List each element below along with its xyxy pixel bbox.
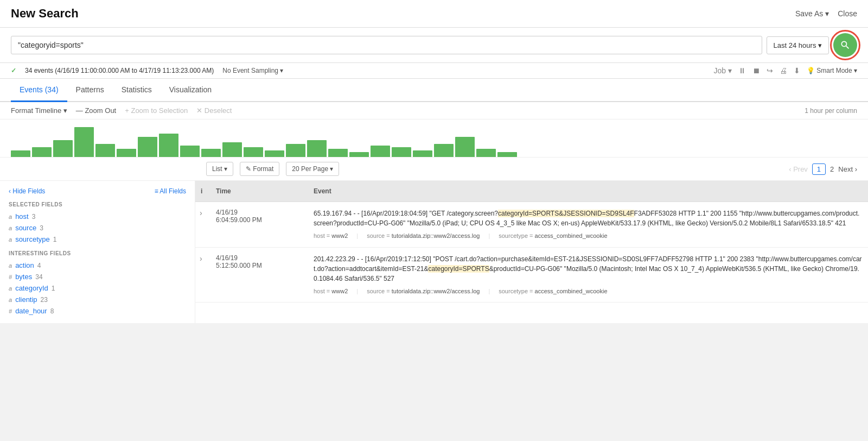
histogram-bar[interactable] (265, 150, 284, 157)
histogram-bar[interactable] (328, 149, 348, 157)
tab-statistics[interactable]: Statistics (113, 79, 161, 102)
print-icon[interactable]: 🖨 (780, 66, 787, 75)
histogram-bar[interactable] (392, 147, 411, 157)
tab-patterns[interactable]: Patterns (67, 79, 113, 102)
field-name-link[interactable]: clientip (15, 295, 37, 304)
status-check-icon: ✓ (11, 67, 16, 74)
histogram-bar[interactable] (413, 150, 432, 157)
field-type-icon: a (9, 285, 12, 292)
interesting-field-item: #bytes34 (9, 271, 186, 282)
field-name-link[interactable]: categoryId (15, 284, 48, 292)
histogram-bar[interactable] (286, 144, 305, 157)
event-header: Event (308, 185, 868, 197)
timeline-bar: Format Timeline ▾ — Zoom Out + Zoom to S… (0, 102, 868, 119)
histogram-bar[interactable] (138, 137, 157, 157)
histogram-bar[interactable] (307, 140, 327, 157)
pagination: ‹ Prev 1 2 Next › (789, 163, 857, 175)
hide-fields-button[interactable]: ‹ Hide Fields (9, 187, 45, 195)
close-button[interactable]: Close (838, 9, 857, 18)
all-fields-button[interactable]: ≡ All Fields (155, 187, 186, 195)
prev-button: ‹ Prev (789, 165, 808, 173)
smart-mode-button[interactable]: 💡 Smart Mode ▾ (807, 67, 857, 74)
format-timeline-button[interactable]: Format Timeline ▾ (11, 106, 67, 115)
page-2-button[interactable]: 2 (830, 165, 834, 173)
histogram-bar[interactable] (180, 146, 200, 157)
field-name-link[interactable]: sourcetype (15, 235, 50, 243)
time-range-picker[interactable]: Last 24 hours ▾ (767, 36, 829, 54)
selected-field-item: asourcetype1 (9, 234, 186, 245)
share-icon[interactable]: ↪ (767, 66, 773, 75)
histogram-bar[interactable] (74, 127, 94, 157)
timeline-controls: Format Timeline ▾ — Zoom Out + Zoom to S… (11, 106, 232, 115)
histogram-bar[interactable] (32, 147, 52, 157)
field-count: 3 (40, 224, 43, 232)
main-content: ‹ Hide Fields ≡ All Fields SELECTED FIEL… (0, 181, 868, 323)
job-button[interactable]: Job ▾ (713, 66, 731, 75)
histogram (0, 119, 868, 158)
save-as-button[interactable]: Save As ▾ (795, 9, 829, 18)
table-header: i Time Event (195, 181, 868, 202)
selected-fields-list: ahost3asource3asourcetype1 (9, 211, 186, 245)
events-list: › 4/16/196:04:59.000 PM 65.19.167.94 - -… (195, 202, 868, 303)
event-meta: host = www2| source = tutorialdata.zip::… (314, 231, 863, 241)
zoom-selection-button: + Zoom to Selection (125, 106, 188, 115)
field-name-link[interactable]: host (15, 212, 29, 220)
field-type-icon: a (9, 262, 12, 269)
histogram-bar[interactable] (159, 134, 178, 157)
histogram-bar[interactable] (95, 144, 115, 157)
histogram-bar[interactable] (201, 149, 221, 157)
search-icon (840, 40, 851, 51)
histogram-bar[interactable] (476, 149, 496, 157)
expand-icon[interactable]: › (195, 252, 210, 265)
highlight-text: categoryId=SPORTS&JSESSIONID=SD9SL4F (498, 210, 634, 217)
table-row: › 4/16/195:12:50.000 PM 201.42.223.29 - … (195, 248, 868, 303)
histogram-bar[interactable] (117, 149, 136, 157)
format-button[interactable]: ✎ Format (240, 162, 279, 176)
histogram-bar[interactable] (497, 152, 517, 157)
meta-field: host = www2 (314, 231, 348, 241)
next-button[interactable]: Next › (838, 165, 857, 173)
field-name-link[interactable]: bytes (15, 273, 32, 281)
page-title: New Search (11, 7, 79, 21)
search-button[interactable] (833, 33, 857, 57)
zoom-out-button[interactable]: — Zoom Out (76, 106, 116, 115)
status-right-actions: Job ▾ ⏸ ⏹ ↪ 🖨 ⬇ 💡 Smart Mode ▾ (713, 66, 857, 75)
field-count: 23 (41, 296, 48, 304)
meta-field: sourcetype = access_combined_wcookie (499, 287, 607, 296)
histogram-bar[interactable] (349, 152, 369, 157)
pause-icon[interactable]: ⏸ (738, 66, 746, 75)
histogram-bar[interactable] (53, 140, 73, 157)
field-name-link[interactable]: source (15, 224, 36, 232)
tab-events[interactable]: Events (34) (11, 79, 67, 102)
histogram-bar[interactable] (222, 142, 242, 158)
page-1-button[interactable]: 1 (812, 163, 826, 175)
column-info: 1 hour per column (805, 107, 857, 115)
info-header: i (195, 185, 210, 197)
stop-icon[interactable]: ⏹ (752, 66, 760, 75)
meta-field: host = www2 (314, 287, 348, 296)
search-input[interactable] (11, 36, 762, 54)
results-table: i Time Event › 4/16/196:04:59.000 PM 65.… (195, 181, 868, 323)
download-icon[interactable]: ⬇ (794, 66, 800, 75)
meta-field: source = tutorialdata.zip::www2/access.l… (367, 287, 480, 296)
field-count: 3 (32, 213, 36, 220)
sampling-picker[interactable]: No Event Sampling ▾ (222, 67, 283, 74)
event-meta: host = www2| source = tutorialdata.zip::… (314, 287, 863, 296)
per-page-button[interactable]: 20 Per Page ▾ (286, 162, 339, 176)
field-name-link[interactable]: action (15, 261, 34, 269)
tabs-bar: Events (34) Patterns Statistics Visualiz… (0, 79, 868, 102)
list-button[interactable]: List ▾ (206, 162, 233, 176)
histogram-bar[interactable] (371, 146, 390, 157)
interesting-field-item: aaction4 (9, 260, 186, 271)
histogram-bar[interactable] (11, 150, 30, 157)
tab-visualization[interactable]: Visualization (161, 79, 220, 102)
selected-field-item: asource3 (9, 222, 186, 234)
field-name-link[interactable]: date_hour (15, 307, 47, 315)
histogram-bar[interactable] (244, 147, 263, 157)
top-bar: New Search Save As ▾ Close (0, 0, 868, 28)
histogram-bar[interactable] (434, 144, 454, 157)
selected-fields-title: SELECTED FIELDS (9, 201, 186, 207)
histogram-bar[interactable] (455, 137, 475, 157)
expand-icon[interactable]: › (195, 206, 210, 219)
field-type-icon: a (9, 213, 12, 220)
